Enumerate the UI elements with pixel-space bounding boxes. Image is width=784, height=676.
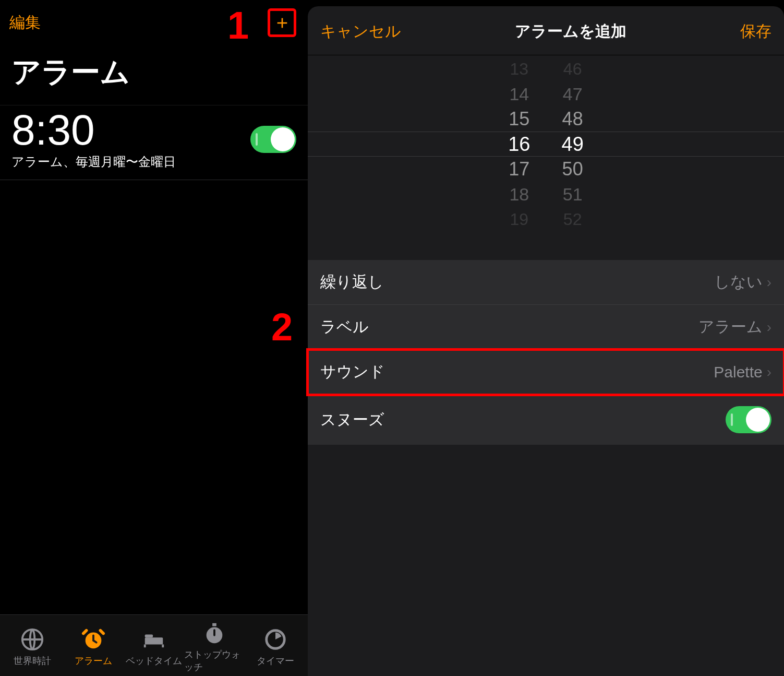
tab-world-clock[interactable]: 世界時計 [2,627,63,667]
picker-selection-indicator [308,132,784,157]
picker-value: 46 [562,56,584,81]
tab-label: 世界時計 [14,655,51,667]
minute-column[interactable]: 46 47 48 49 50 51 52 [562,56,584,232]
chevron-right-icon: › [767,274,771,291]
setting-label: スヌーズ [320,409,384,431]
tab-timer[interactable]: タイマー [245,627,306,667]
repeat-row[interactable]: 繰り返し しない › [308,260,784,305]
setting-value: しない › [714,271,771,293]
tab-bar: 世界時計 アラーム ベッドタイム ストップウォッチ タイマー [0,614,308,676]
picker-value: 15 [508,106,530,132]
tab-alarm[interactable]: アラーム [63,627,123,667]
add-alarm-sheet: キャンセル アラームを追加 保存 13 14 15 16 17 18 19 46… [308,6,784,676]
picker-value: 48 [562,106,584,132]
snooze-row: スヌーズ [308,395,784,445]
picker-value-selected: 16 [508,132,530,157]
time-picker[interactable]: 13 14 15 16 17 18 19 46 47 48 49 50 51 5… [308,55,784,233]
picker-value: 47 [562,81,584,106]
picker-value-selected: 49 [562,132,584,157]
timer-icon [263,627,287,651]
tab-label: ベッドタイム [126,655,182,667]
tab-label: ストップウォッチ [184,648,245,673]
plus-icon [274,15,291,31]
svg-rect-3 [145,634,153,637]
setting-label: 繰り返し [320,271,384,293]
hour-column[interactable]: 13 14 15 16 17 18 19 [508,56,530,232]
setting-label: サウンド [320,361,385,383]
picker-value: 51 [562,182,584,207]
page-title: アラーム [0,42,308,105]
alarm-row[interactable]: 8:30 アラーム、毎週月曜〜金曜日 [0,105,308,180]
picker-value: 18 [508,182,530,207]
tab-label: タイマー [257,655,294,667]
alarm-subtitle: アラーム、毎週月曜〜金曜日 [11,153,176,170]
stopwatch-icon [202,621,226,645]
alarm-list-screen: 編集 1 アラーム 8:30 アラーム、毎週月曜〜金曜日 2 世界時計 アラーム… [0,0,308,676]
tab-bedtime[interactable]: ベッドタイム [124,627,184,667]
setting-value: アラーム › [698,316,771,338]
label-row[interactable]: ラベル アラーム › [308,305,784,350]
globe-icon [20,627,44,651]
svg-rect-5 [213,623,217,626]
picker-value: 50 [562,157,584,182]
add-alarm-button[interactable] [268,8,296,37]
bed-icon [142,627,166,651]
alarm-settings-list: 繰り返し しない › ラベル アラーム › サウンド Palette › スヌー… [308,260,784,445]
setting-label: ラベル [320,316,369,338]
alarm-header: 編集 [0,0,308,42]
chevron-right-icon: › [767,364,771,381]
tab-stopwatch[interactable]: ストップウォッチ [184,621,245,673]
tab-label: アラーム [75,655,112,667]
alarm-clock-icon [81,627,105,651]
picker-value: 14 [508,81,530,106]
cancel-button[interactable]: キャンセル [320,21,401,42]
alarm-toggle[interactable] [250,126,296,153]
picker-value: 17 [508,157,530,182]
sound-row[interactable]: サウンド Palette › [308,350,784,395]
save-button[interactable]: 保存 [740,21,771,42]
alarm-time: 8:30 [11,109,176,151]
annotation-2: 2 [271,305,293,349]
picker-value: 52 [562,207,584,232]
snooze-toggle[interactable] [726,406,771,433]
setting-value: Palette › [714,363,771,381]
svg-rect-2 [145,637,163,644]
chevron-right-icon: › [767,319,771,336]
picker-value: 19 [508,207,530,232]
alarm-info: 8:30 アラーム、毎週月曜〜金曜日 [11,109,176,170]
picker-value: 13 [508,56,530,81]
sheet-header: キャンセル アラームを追加 保存 [308,6,784,55]
edit-button[interactable]: 編集 [9,12,41,33]
annotation-1: 1 [227,3,249,48]
sheet-title: アラームを追加 [515,21,626,42]
